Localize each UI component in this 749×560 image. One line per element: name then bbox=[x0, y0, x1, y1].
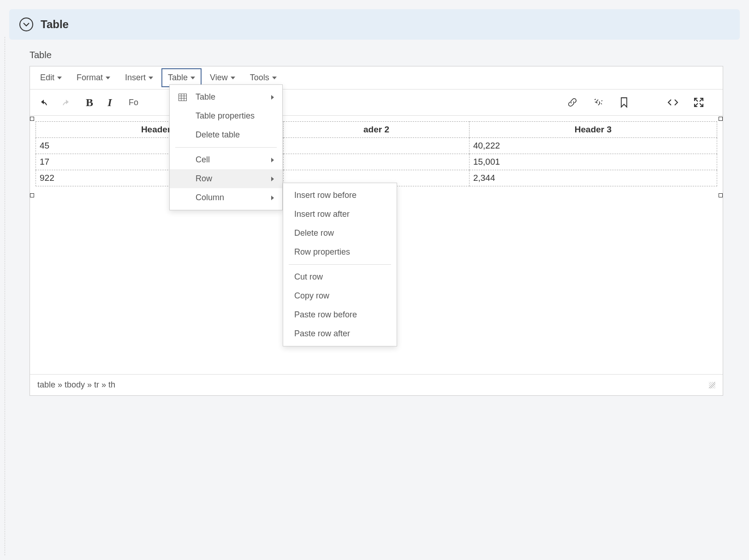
source-code-button[interactable] bbox=[665, 94, 681, 111]
menu-item-row-properties[interactable]: Row properties bbox=[283, 243, 397, 262]
menu-item-paste-row-after[interactable]: Paste row after bbox=[283, 324, 397, 343]
remove-link-button[interactable] bbox=[590, 94, 606, 111]
menu-item-label: Insert row after bbox=[294, 209, 350, 219]
table-dropdown-menu: Table Table properties Delete table Cell… bbox=[169, 84, 283, 210]
caret-down-icon bbox=[149, 77, 153, 79]
undo-icon bbox=[40, 99, 49, 106]
caret-down-icon bbox=[231, 77, 235, 79]
menubar-item-label: Tools bbox=[250, 73, 269, 83]
menu-item-label: Copy row bbox=[294, 291, 329, 301]
menu-item-label: Delete table bbox=[196, 130, 240, 140]
panel-header: Table bbox=[9, 9, 740, 40]
undo-button[interactable] bbox=[36, 94, 53, 111]
table-cell[interactable] bbox=[284, 138, 470, 154]
redo-icon bbox=[60, 99, 70, 106]
menu-item-delete-table[interactable]: Delete table bbox=[170, 125, 282, 144]
field-label: Table bbox=[30, 50, 723, 60]
table-cell[interactable]: 40,222 bbox=[469, 138, 717, 154]
menu-item-label: Paste row before bbox=[294, 310, 357, 320]
menu-item-delete-row[interactable]: Delete row bbox=[283, 224, 397, 243]
selection-handle-tr[interactable] bbox=[719, 117, 723, 121]
menu-item-label: Cell bbox=[196, 155, 210, 165]
redo-button[interactable] bbox=[57, 94, 73, 111]
selection-handle-tl[interactable] bbox=[30, 117, 34, 121]
caret-down-icon bbox=[57, 77, 62, 79]
editor-menubar: Edit Format Insert Table View Tools bbox=[30, 66, 723, 89]
menu-item-insert-row-after[interactable]: Insert row after bbox=[283, 205, 397, 224]
menu-item-row[interactable]: Row bbox=[170, 169, 282, 188]
table-row[interactable]: 17 15,001 bbox=[36, 154, 717, 170]
menu-item-label: Table bbox=[196, 92, 215, 102]
menubar-item-label: Edit bbox=[40, 73, 54, 83]
editor-content-area[interactable]: Header 1 ader 2 Header 3 45 40,222 17 15 bbox=[30, 116, 723, 374]
menu-item-label: Delete row bbox=[294, 228, 334, 238]
table-row[interactable]: 45 40,222 bbox=[36, 138, 717, 154]
menu-item-label: Row properties bbox=[294, 247, 350, 257]
menu-item-label: Row bbox=[196, 174, 212, 184]
menu-item-label: Cut row bbox=[294, 272, 323, 282]
panel-title: Table bbox=[41, 18, 69, 31]
bold-button[interactable]: B bbox=[81, 94, 98, 111]
bookmark-icon bbox=[619, 97, 629, 108]
chevron-right-icon bbox=[271, 95, 274, 100]
selection-handle-br[interactable] bbox=[719, 193, 723, 197]
menu-item-cell[interactable]: Cell bbox=[170, 150, 282, 169]
table-cell[interactable] bbox=[284, 154, 470, 170]
code-icon bbox=[667, 98, 678, 107]
menu-item-cut-row[interactable]: Cut row bbox=[283, 268, 397, 286]
menu-item-insert-row-before[interactable]: Insert row before bbox=[283, 186, 397, 205]
chevron-down-icon bbox=[23, 22, 30, 27]
menubar-item-label: Table bbox=[168, 73, 188, 83]
menu-separator bbox=[175, 147, 277, 148]
menubar-item-label: Format bbox=[77, 73, 103, 83]
table-header-cell[interactable]: ader 2 bbox=[284, 122, 470, 138]
resize-grip[interactable] bbox=[709, 382, 715, 388]
menubar-item-label: View bbox=[210, 73, 228, 83]
table-grid-icon bbox=[178, 93, 187, 102]
page-border-left bbox=[5, 37, 5, 405]
table-cell[interactable]: 2,344 bbox=[469, 170, 717, 186]
menu-item-label: Column bbox=[196, 193, 224, 203]
menu-item-paste-row-before[interactable]: Paste row before bbox=[283, 305, 397, 324]
menubar-item-format[interactable]: Format bbox=[70, 68, 117, 87]
italic-button[interactable]: I bbox=[101, 94, 118, 111]
content-table[interactable]: Header 1 ader 2 Header 3 45 40,222 17 15 bbox=[36, 121, 717, 186]
menubar-item-insert[interactable]: Insert bbox=[119, 68, 160, 87]
menubar-item-edit[interactable]: Edit bbox=[34, 68, 68, 87]
fullscreen-button[interactable] bbox=[690, 94, 707, 111]
rich-text-editor: Edit Format Insert Table View Tools bbox=[30, 66, 723, 396]
chevron-right-icon bbox=[271, 196, 274, 200]
menu-item-table-properties[interactable]: Table properties bbox=[170, 107, 282, 125]
caret-down-icon bbox=[190, 77, 195, 79]
unlink-icon bbox=[593, 97, 603, 107]
fullscreen-icon bbox=[694, 97, 704, 107]
row-submenu: Insert row before Insert row after Delet… bbox=[283, 183, 397, 346]
selection-handle-bl[interactable] bbox=[30, 193, 34, 197]
table-header-cell[interactable]: Header 3 bbox=[469, 122, 717, 138]
caret-down-icon bbox=[272, 77, 277, 79]
menu-item-column[interactable]: Column bbox=[170, 188, 282, 207]
menu-item-label: Paste row after bbox=[294, 329, 350, 339]
editor-toolbar: B I Fo bbox=[30, 89, 723, 116]
formats-label: Fo bbox=[129, 98, 138, 107]
anchor-button[interactable] bbox=[616, 94, 632, 111]
svg-rect-0 bbox=[179, 94, 187, 101]
element-path[interactable]: table » tbody » tr » th bbox=[37, 380, 115, 390]
link-icon bbox=[567, 97, 577, 107]
caret-down-icon bbox=[106, 77, 110, 79]
chevron-right-icon bbox=[271, 158, 274, 162]
table-cell[interactable]: 15,001 bbox=[469, 154, 717, 170]
menubar-item-label: Insert bbox=[125, 73, 146, 83]
menu-item-label: Table properties bbox=[196, 111, 255, 121]
menu-item-table[interactable]: Table bbox=[170, 88, 282, 107]
menu-item-label: Insert row before bbox=[294, 191, 357, 200]
table-header-row[interactable]: Header 1 ader 2 Header 3 bbox=[36, 122, 717, 138]
chevron-right-icon bbox=[271, 177, 274, 181]
insert-link-button[interactable] bbox=[564, 94, 581, 111]
editor-statusbar: table » tbody » tr » th bbox=[30, 374, 723, 395]
menu-separator bbox=[289, 264, 391, 265]
formats-dropdown[interactable]: Fo bbox=[126, 98, 141, 107]
panel-toggle-button[interactable] bbox=[19, 18, 33, 31]
menu-item-copy-row[interactable]: Copy row bbox=[283, 286, 397, 305]
